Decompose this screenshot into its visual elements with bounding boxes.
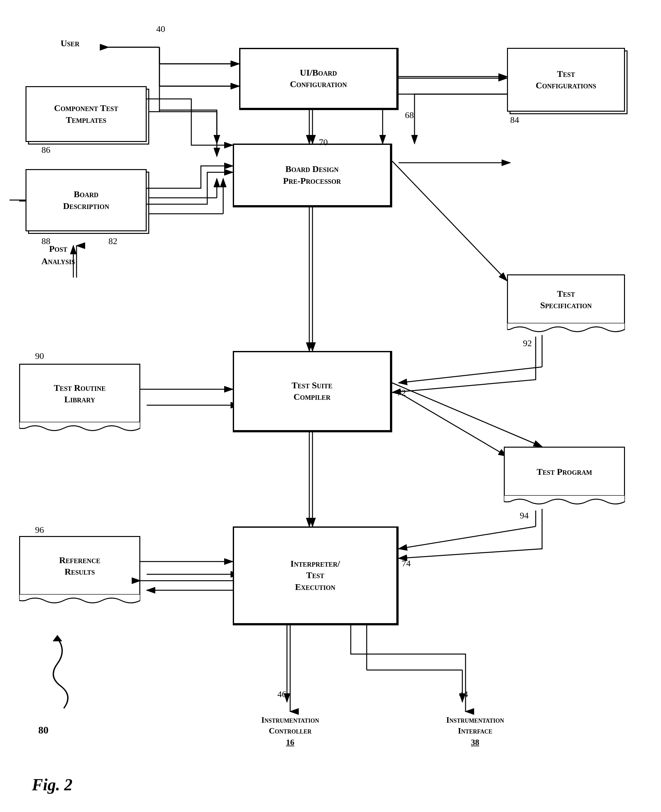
instr-iface-container: Instrumentation Interface 38 xyxy=(431,715,520,747)
test-spec-label: Test Specification xyxy=(540,288,592,311)
test-spec-container: Test Specification xyxy=(507,274,625,336)
test-routine-wavy xyxy=(19,422,140,436)
svg-line-25 xyxy=(399,527,536,549)
ref-44: 44 xyxy=(459,689,468,699)
ref-80: 80 xyxy=(38,724,48,736)
fig-label: Fig. 2 xyxy=(32,775,72,794)
interpreter-box: Interpreter/ Test Execution xyxy=(233,527,399,625)
test-configs-label: Test Configurations xyxy=(536,68,596,91)
ref-92: 92 xyxy=(523,338,532,348)
diagram: User 40 UI/BoardConfiguration Test Confi… xyxy=(0,0,661,812)
instr-iface-label: Instrumentation Interface xyxy=(431,715,520,737)
board-desc-container: Board Description xyxy=(26,169,147,231)
reference-wavy xyxy=(19,594,140,608)
test-program-label: Test Program xyxy=(536,466,592,477)
user-label: User xyxy=(61,38,80,48)
svg-line-22 xyxy=(399,392,507,456)
board-desc-label: Board Description xyxy=(63,189,109,212)
ref-94: 94 xyxy=(520,511,528,521)
component-test-container: Component Test Templates xyxy=(26,86,147,142)
interpreter-label: Interpreter/ Test Execution xyxy=(291,558,340,593)
test-routine-label: Test Routine Library xyxy=(54,382,106,405)
ref-90: 90 xyxy=(35,351,44,361)
test-configs-box: Test Configurations xyxy=(507,48,625,112)
board-design-label: Board Design Pre-Processor xyxy=(283,163,341,187)
reference-container: Reference Results xyxy=(19,536,140,608)
component-test-label: Component Test Templates xyxy=(54,103,118,126)
ref-70: 70 xyxy=(319,137,328,147)
ref-86: 86 xyxy=(42,145,50,155)
post-analysis-label: PostAnalysis xyxy=(42,242,75,267)
test-spec-wavy xyxy=(507,323,625,336)
ref-46: 46 xyxy=(278,689,286,699)
test-routine-container: Test Routine Library xyxy=(19,364,140,436)
test-suite-box: Test Suite Compiler xyxy=(233,351,392,432)
board-design-box: Board Design Pre-Processor xyxy=(233,144,392,207)
instr-ctrl-label: Instrumentation Controller xyxy=(246,715,335,737)
reference-label: Reference Results xyxy=(59,554,100,578)
ref-96: 96 xyxy=(35,525,44,535)
test-configs-container: Test Configurations xyxy=(507,48,625,112)
ui-board-box: UI/BoardConfiguration xyxy=(239,48,399,110)
ref-68: 68 xyxy=(405,110,414,120)
test-program-wavy xyxy=(504,495,625,509)
instr-iface-ref: 38 xyxy=(431,738,520,747)
svg-marker-35 xyxy=(53,635,62,641)
ref-74: 74 xyxy=(402,558,411,569)
ref-84: 84 xyxy=(510,115,519,125)
svg-line-20 xyxy=(399,367,542,383)
ui-board-label: UI/BoardConfiguration xyxy=(290,67,347,90)
instr-ctrl-ref: 16 xyxy=(246,738,335,747)
ref-72: 72 xyxy=(397,388,406,398)
ref-40: 40 xyxy=(156,24,165,34)
test-program-container: Test Program xyxy=(504,447,625,509)
instr-ctrl-container: Instrumentation Controller 16 xyxy=(246,715,335,747)
wavy-arrow-80 xyxy=(32,632,96,721)
ref-82: 82 xyxy=(109,236,117,246)
test-suite-label: Test Suite Compiler xyxy=(292,380,332,403)
